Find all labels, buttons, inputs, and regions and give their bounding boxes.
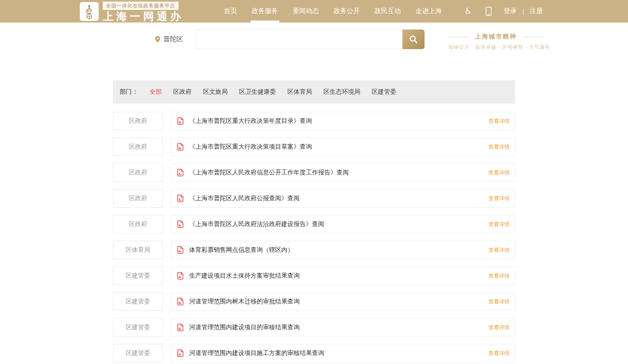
list-item: 区建管委 河道管理范围内建设项目施工方案的审核结果查询查看详情 [113,344,515,362]
service-title: 生产建设项目水土保持方案审批结果查询 [189,272,300,280]
service-item[interactable]: 《上海市普陀区人民政府信息公开工作年度工作报告》查阅查看详情 [171,163,515,182]
document-icon [177,117,184,125]
department-tag: 区建管委 [113,292,163,311]
list-item: 区政府 《上海市普陀区人民政府公报查阅》查阅查看详情 [113,189,515,208]
location-label: 普陀区 [163,35,183,44]
document-icon [177,143,184,151]
search-icon [408,34,419,45]
view-detail-link[interactable]: 查看详情 [488,143,510,151]
mobile-icon[interactable] [483,6,494,17]
service-list: 区政府 《上海市普陀区重大行政决策年度目录》查询查看详情区政府 《上海市普陀区重… [113,112,515,362]
view-detail-link[interactable]: 查看详情 [488,246,510,254]
logo-icon [81,3,97,20]
header-utilities: ♿ 登录 | 注册 [453,6,543,17]
view-detail-link[interactable]: 查看详情 [488,350,510,357]
search-button[interactable] [402,29,425,49]
view-detail-link[interactable]: 查看详情 [488,298,510,305]
service-title: 《上海市普陀区人民政府公报查阅》查阅 [189,194,300,202]
service-title: 《上海市普陀区重大行政决策项目草案》查询 [189,143,312,151]
service-item[interactable]: 《上海市普陀区人民政府法治政府建设报告》查阅查看详情 [171,215,515,233]
department-tag: 区政府 [113,189,163,208]
service-title: 《上海市普陀区人民政府法治政府建设报告》查阅 [189,220,324,228]
nav-item-1[interactable]: 政务服务 [251,0,279,23]
filter-option-4[interactable]: 区体育局 [287,88,312,96]
list-item: 区政府 《上海市普陀区重大行政决策年度目录》查询查看详情 [113,112,515,130]
brand-text: 全国一体化在线政务服务平台 上海一网通办 [103,2,184,23]
main-nav: 首页政务服务要闻动态政务公开政民互动走进上海 [217,0,449,23]
search-section: 普陀区 上海城市精神 海纳百川 · 追求卓越 · 开明睿智 · 大气谦和 [0,23,628,80]
service-title: 体育彩票销售网点信息查询（辖区内） [189,246,294,254]
view-detail-link[interactable]: 查看详情 [488,195,510,202]
location-selector[interactable]: 普陀区 [155,35,183,44]
department-tag: 区政府 [113,163,163,182]
service-title: 《上海市普陀区人民政府信息公开工作年度工作报告》查阅 [189,169,349,176]
view-detail-link[interactable]: 查看详情 [488,272,510,280]
view-detail-link[interactable]: 查看详情 [488,221,510,228]
platform-badge: 全国一体化在线政务服务平台 [103,2,178,10]
register-link[interactable]: 注册 [530,7,543,16]
service-item[interactable]: 河道管理范围内建设项目的审核结果查询查看详情 [171,318,515,337]
view-detail-link[interactable]: 查看详情 [488,118,510,125]
filter-option-2[interactable]: 区文旅局 [203,88,228,96]
filter-option-3[interactable]: 区卫生健康委 [239,88,276,96]
view-detail-link[interactable]: 查看详情 [488,324,510,331]
list-item: 区政府 《上海市普陀区重大行政决策项目草案》查询查看详情 [113,138,515,156]
service-item[interactable]: 《上海市普陀区重大行政决策年度目录》查询查看详情 [171,112,515,130]
department-tag: 区建管委 [113,344,163,362]
service-title: 河道管理范围内建设项目的审核结果查询 [189,323,300,331]
content: 部门： 全部区政府区文旅局区卫生健康委区体育局区生态环境局区建管委 区政府 《上… [113,80,515,362]
document-icon [177,349,184,357]
document-icon [177,169,184,176]
search-box [196,29,425,49]
login-link[interactable]: 登录 [504,7,517,16]
department-tag: 区政府 [113,138,163,156]
document-icon [177,323,184,331]
service-item[interactable]: 《上海市普陀区重大行政决策项目草案》查询查看详情 [171,138,515,156]
service-title: 《上海市普陀区重大行政决策年度目录》查询 [189,117,312,125]
search-input[interactable] [196,29,402,49]
filter-label: 部门： [120,88,138,96]
filter-option-0[interactable]: 全部 [149,88,162,96]
nav-item-3[interactable]: 政务公开 [333,0,361,23]
service-item[interactable]: 河道管理范围内树木迁移的审批结果查询查看详情 [171,292,515,311]
department-tag: 区政府 [113,112,163,130]
nav-item-2[interactable]: 要闻动态 [292,0,320,23]
document-icon [177,298,184,305]
filter-option-6[interactable]: 区建管委 [372,88,396,96]
document-icon [177,272,184,280]
filter-option-1[interactable]: 区政府 [173,88,192,96]
service-item[interactable]: 《上海市普陀区人民政府公报查阅》查阅查看详情 [171,189,515,208]
location-pin-icon [155,36,160,43]
city-spirit-title: 上海城市精神 [448,33,543,41]
nav-item-0[interactable]: 首页 [223,0,238,23]
view-detail-link[interactable]: 查看详情 [488,169,510,176]
page: 全国一体化在线政务服务平台 上海一网通办 首页政务服务要闻动态政务公开政民互动走… [0,0,628,364]
city-spirit: 上海城市精神 海纳百川 · 追求卓越 · 开明睿智 · 大气谦和 [448,29,543,51]
list-item: 区政府 《上海市普陀区人民政府信息公开工作年度工作报告》查阅查看详情 [113,163,515,182]
service-item[interactable]: 生产建设项目水土保持方案审批结果查询查看详情 [171,267,515,285]
service-item[interactable]: 河道管理范围内建设项目施工方案的审核结果查询查看详情 [171,344,515,362]
document-icon [177,220,184,228]
list-item: 区政府 《上海市普陀区人民政府法治政府建设报告》查阅查看详情 [113,215,515,233]
nav-item-5[interactable]: 走进上海 [415,0,443,23]
nav-item-4[interactable]: 政民互动 [374,0,402,23]
document-icon [177,246,184,254]
list-item: 区建管委 河道管理范围内树木迁移的审批结果查询查看详情 [113,292,515,311]
service-title: 河道管理范围内树木迁移的审批结果查询 [189,298,300,305]
service-item[interactable]: 体育彩票销售网点信息查询（辖区内）查看详情 [171,241,515,259]
login-register-divider: | [522,8,524,15]
department-tag: 区政府 [113,215,163,233]
department-filter: 部门： 全部区政府区文旅局区卫生健康委区体育局区生态环境局区建管委 [113,80,515,104]
list-item: 区建管委 生产建设项目水土保持方案审批结果查询查看详情 [113,267,515,285]
logo [80,2,99,21]
department-tag: 区建管委 [113,318,163,337]
list-item: 区体育局 体育彩票销售网点信息查询（辖区内）查看详情 [113,241,515,259]
search-inner: 普陀区 [0,29,425,49]
accessibility-icon[interactable]: ♿ [463,6,473,17]
city-spirit-subtitle: 海纳百川 · 追求卓越 · 开明睿智 · 大气谦和 [448,44,543,51]
site-title: 上海一网通办 [103,10,184,23]
department-tag: 区建管委 [113,267,163,285]
list-item: 区建管委 河道管理范围内建设项目的审核结果查询查看详情 [113,318,515,337]
brand[interactable]: 全国一体化在线政务服务平台 上海一网通办 [80,0,184,23]
filter-option-5[interactable]: 区生态环境局 [323,88,360,96]
